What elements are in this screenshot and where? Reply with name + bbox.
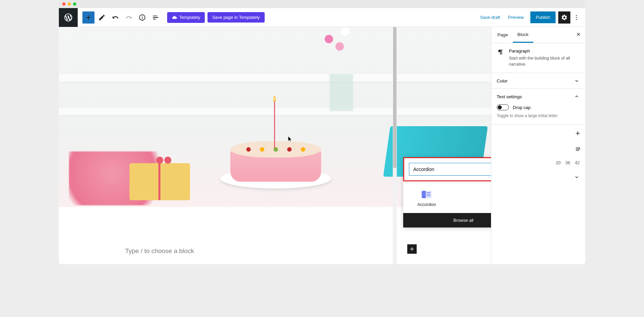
more-options-button[interactable]: [570, 11, 582, 24]
browse-all-button[interactable]: Browse all: [403, 213, 491, 227]
svg-point-3: [579, 147, 580, 148]
redo-button[interactable]: [123, 11, 135, 24]
save-in-templately-button[interactable]: Save page in Templately: [207, 12, 264, 23]
paragraph-placeholder[interactable]: Type / to choose a block: [125, 247, 194, 255]
chevron-down-icon: [574, 174, 580, 180]
templately-label: Templately: [179, 15, 200, 20]
block-search-input[interactable]: [409, 163, 491, 175]
block-info-card: Paragraph Start with the building block …: [491, 43, 585, 73]
settings-sidebar: Page Block Paragraph Start with the buil…: [491, 27, 585, 264]
block-inserter-popover: Accordion Browse all: [403, 157, 491, 227]
traffic-light-minimize[interactable]: [68, 2, 71, 6]
chevron-down-icon: [574, 78, 580, 84]
svg-point-2: [576, 19, 577, 20]
font-size-presets: 20 36 42: [491, 158, 585, 169]
editor-canvas[interactable]: Type / to choose a block: [59, 27, 491, 264]
panel-text-settings: Text settings Drop cap Toggle to show a …: [491, 89, 585, 125]
mouse-cursor-icon: [288, 136, 292, 142]
edit-mode-button[interactable]: [96, 11, 108, 24]
traffic-light-close[interactable]: [62, 2, 66, 6]
mac-titlebar: [59, 0, 585, 8]
drop-cap-toggle[interactable]: [497, 104, 509, 110]
font-size-option[interactable]: 42: [575, 160, 580, 165]
panel-collapsed-header[interactable]: [491, 169, 585, 185]
panel-color: Color: [491, 73, 585, 89]
wordpress-logo[interactable]: [59, 8, 78, 27]
undo-button[interactable]: [109, 11, 121, 24]
panel-color-header[interactable]: Color: [491, 73, 585, 89]
tab-block[interactable]: Block: [513, 27, 533, 43]
publish-button[interactable]: Publish: [530, 11, 556, 23]
list-view-button[interactable]: [150, 11, 162, 24]
traffic-light-zoom[interactable]: [73, 2, 76, 6]
accordion-block-icon: [422, 191, 432, 198]
info-button[interactable]: [136, 11, 148, 24]
block-result-label: Accordion: [409, 202, 444, 207]
canvas-scrollbar-thumb[interactable]: [393, 27, 396, 168]
svg-point-1: [576, 17, 577, 18]
plus-icon: [574, 130, 581, 137]
block-result-accordion[interactable]: Accordion: [408, 187, 446, 210]
block-description: Start with the building block of all nar…: [509, 56, 580, 67]
settings-button[interactable]: [558, 11, 570, 24]
sliders-icon: [575, 146, 581, 152]
sidebar-tabs: Page Block: [491, 27, 585, 43]
inserter-results: Accordion: [403, 181, 491, 213]
drop-cap-help: Toggle to show a large initial letter.: [497, 113, 580, 119]
panel-text-settings-header[interactable]: Text settings: [491, 89, 585, 104]
font-size-option[interactable]: 20: [556, 160, 561, 165]
close-sidebar-button[interactable]: [573, 29, 584, 41]
block-search-wrap: [409, 163, 491, 176]
editor-toolbar: Templately Save page in Templately Save …: [59, 8, 585, 27]
preview-button[interactable]: Preview: [504, 12, 528, 23]
typography-options-button[interactable]: [575, 146, 581, 153]
templately-button[interactable]: Templately: [167, 12, 205, 23]
chevron-up-icon: [574, 94, 580, 100]
tab-page[interactable]: Page: [493, 27, 513, 43]
add-block-button[interactable]: [82, 11, 94, 24]
svg-point-0: [576, 15, 577, 16]
paragraph-icon: [497, 48, 504, 67]
panel-color-title: Color: [497, 78, 507, 83]
inline-add-block-button[interactable]: [407, 244, 417, 254]
search-highlight-box: [403, 157, 491, 181]
close-icon: [576, 32, 581, 37]
font-size-option[interactable]: 36: [565, 160, 570, 165]
drop-cap-label: Drop cap: [513, 105, 531, 110]
panel-text-settings-title: Text settings: [497, 94, 522, 99]
save-draft-button[interactable]: Save draft: [476, 12, 504, 23]
block-title: Paragraph: [509, 48, 580, 54]
cloud-icon: [172, 15, 177, 20]
svg-point-4: [578, 150, 579, 151]
add-typography-button[interactable]: [574, 130, 581, 138]
